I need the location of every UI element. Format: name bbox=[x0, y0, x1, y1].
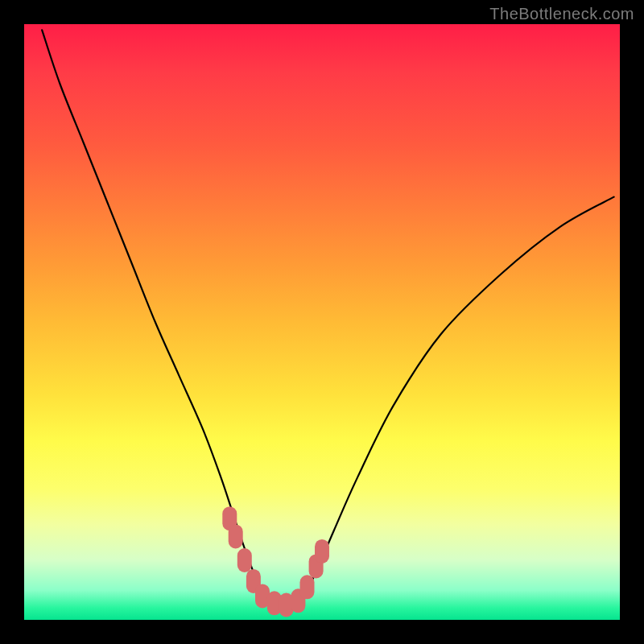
highlight-marker bbox=[315, 539, 329, 564]
highlight-marker bbox=[237, 548, 252, 572]
chart-plot bbox=[24, 24, 620, 620]
highlight-marker bbox=[300, 575, 315, 599]
highlight-marker bbox=[229, 524, 243, 548]
bottleneck-curve-line bbox=[42, 30, 613, 606]
watermark-text: TheBottleneck.com bbox=[489, 5, 634, 23]
highlight-markers bbox=[222, 506, 329, 617]
chart-area bbox=[24, 24, 620, 620]
